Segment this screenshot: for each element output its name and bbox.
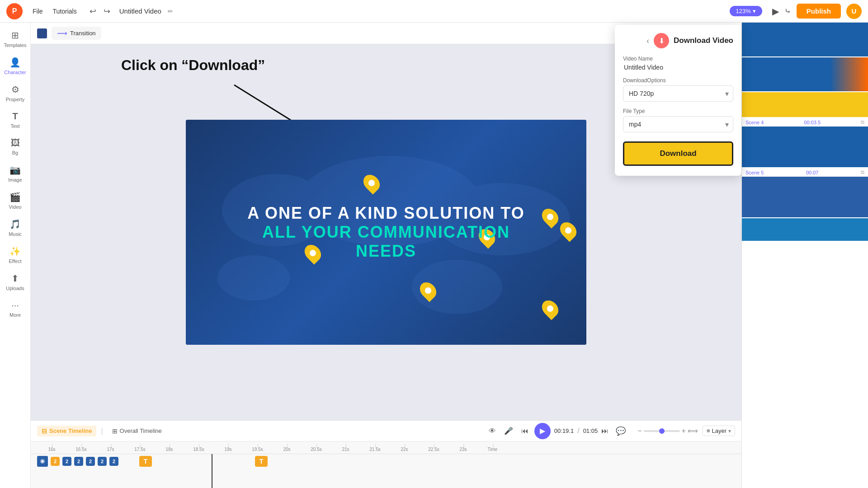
download-back-button[interactable]: ‹ bbox=[646, 36, 649, 46]
scene-tab-label: Scene Timeline bbox=[49, 427, 92, 434]
more-icon: ··· bbox=[11, 300, 19, 310]
time-separator: / bbox=[577, 427, 579, 435]
zoom-control[interactable]: 123% ▾ bbox=[730, 6, 762, 16]
text-icon: T bbox=[12, 111, 18, 122]
layer-label: Layer bbox=[712, 427, 726, 434]
file-type-select[interactable]: mp4 mov avi bbox=[623, 116, 733, 132]
sidebar-label-text: Text bbox=[10, 123, 19, 129]
sidebar-item-templates[interactable]: ⊞ Templates bbox=[3, 26, 28, 52]
track-badge-1: 2 bbox=[51, 457, 60, 466]
ruler-mark-21: 21s bbox=[331, 447, 360, 452]
sidebar-item-bg[interactable]: 🖼 Bg bbox=[3, 134, 28, 159]
scene-color-box[interactable] bbox=[37, 28, 47, 38]
user-avatar[interactable]: U bbox=[846, 4, 862, 19]
sidebar-item-more[interactable]: ··· More bbox=[3, 296, 28, 321]
menu-file[interactable]: File bbox=[29, 6, 47, 17]
track-badge-5: 2 bbox=[98, 457, 107, 466]
skip-back-button[interactable]: ⏮ bbox=[519, 426, 531, 436]
ruler-mark-205: 20.5s bbox=[302, 447, 331, 452]
video-name-label: Video Name bbox=[623, 56, 733, 62]
track-badge-4: 2 bbox=[86, 457, 95, 466]
sidebar-label-character: Character bbox=[4, 70, 26, 75]
sidebar-item-character[interactable]: 👤 Character bbox=[3, 53, 28, 79]
track-badge-3: 2 bbox=[74, 457, 83, 466]
canvas-frame[interactable]: A ONE OF A KIND SOLUTION TO ALL YOUR COM… bbox=[186, 120, 586, 345]
share-button[interactable]: ⤷ bbox=[784, 6, 791, 16]
sidebar-label-more: More bbox=[9, 312, 21, 318]
thumb-image-3[interactable] bbox=[742, 92, 868, 117]
app-logo: P bbox=[6, 3, 23, 19]
zoom-out-button[interactable]: − bbox=[637, 427, 642, 435]
ruler-mark-195: 19.5s bbox=[243, 447, 272, 452]
publish-button[interactable]: Publish bbox=[797, 4, 841, 19]
thumb-image-scene4[interactable] bbox=[742, 127, 868, 167]
sidebar-label-property: Property bbox=[6, 97, 25, 102]
file-type-select-wrapper: mp4 mov avi ▾ bbox=[623, 116, 733, 132]
map-pin-6 bbox=[421, 282, 435, 300]
zoom-in-button[interactable]: + bbox=[682, 427, 686, 435]
ruler-mark-20: 20s bbox=[272, 447, 302, 452]
preview-play-button[interactable]: ▶ bbox=[772, 6, 779, 17]
thumb-item-extra bbox=[742, 218, 868, 241]
menu-tutorials[interactable]: Tutorials bbox=[49, 6, 80, 17]
video-name-value: Untitled Video bbox=[623, 64, 733, 71]
transition-label: Transition bbox=[70, 30, 96, 37]
scene4-copy-button[interactable]: ⧉ bbox=[861, 119, 864, 125]
layer-dropdown-icon: ▾ bbox=[728, 428, 731, 434]
download-button[interactable]: Download bbox=[623, 141, 733, 166]
download-panel-header: ‹ ⬇ Download Video bbox=[623, 33, 733, 48]
thumb-image-scene5[interactable] bbox=[742, 177, 868, 217]
ruler-mark-225: 22.5s bbox=[419, 447, 448, 452]
scene5-time: 00:07 bbox=[806, 170, 819, 175]
ruler-mark-215: 21.5s bbox=[360, 447, 390, 452]
zoom-slider[interactable] bbox=[644, 430, 680, 432]
skip-forward-button[interactable]: ⏭ bbox=[601, 427, 609, 435]
timeline-cursor bbox=[212, 454, 212, 488]
comment-button[interactable]: 💬 bbox=[616, 426, 626, 436]
thumb-image-1[interactable] bbox=[742, 23, 868, 56]
thumb-image-extra[interactable] bbox=[742, 218, 868, 241]
character-icon: 👤 bbox=[9, 57, 21, 68]
resolution-select-wrapper: HD 720p Full HD 1080p SD 480p ▾ bbox=[623, 85, 733, 102]
sidebar-item-text[interactable]: T Text bbox=[3, 108, 28, 132]
canvas-text-line2: ALL YOUR COMMUNICATION NEEDS bbox=[246, 223, 526, 261]
ruler-mark-22: 22s bbox=[390, 447, 419, 452]
image-icon: 📷 bbox=[9, 164, 21, 175]
track-thumb-icon bbox=[37, 456, 48, 467]
video-title: Untitled Video bbox=[119, 7, 161, 15]
track-badge-6: 2 bbox=[109, 457, 118, 466]
ruler-mark-185: 18.5s bbox=[184, 447, 213, 452]
play-pause-button[interactable]: ▶ bbox=[534, 423, 551, 439]
mic-button[interactable]: 🎤 bbox=[502, 426, 515, 436]
uploads-icon: ⬆ bbox=[11, 273, 19, 284]
ruler-marks-container: 16s 16.5s 17s 17.5s 18s 18.5s 19s 19.5s … bbox=[37, 447, 741, 452]
sidebar-item-image[interactable]: 📷 Image bbox=[3, 161, 28, 186]
resolution-select[interactable]: HD 720p Full HD 1080p SD 480p bbox=[623, 85, 733, 102]
zoom-controls: − + ⟺ bbox=[637, 427, 698, 435]
tab-scene-timeline[interactable]: ⊟ Scene Timeline bbox=[37, 426, 96, 436]
undo-redo-group: ↩ ↪ bbox=[87, 5, 113, 17]
sidebar-item-music[interactable]: 🎵 Music bbox=[3, 215, 28, 240]
redo-button[interactable]: ↪ bbox=[101, 5, 113, 17]
scene-tab-icon: ⊟ bbox=[42, 427, 47, 435]
layer-stack-icon: ≡ bbox=[707, 427, 710, 434]
expand-button[interactable]: ⟺ bbox=[688, 427, 698, 435]
thumb-image-2[interactable] bbox=[742, 57, 868, 91]
sidebar-item-video[interactable]: 🎬 Video bbox=[3, 188, 28, 213]
map-pin-7 bbox=[543, 300, 557, 318]
edit-title-icon[interactable]: ✏ bbox=[168, 8, 173, 15]
scene5-copy-button[interactable]: ⧉ bbox=[861, 169, 864, 175]
sidebar-item-effect[interactable]: ✨ Effect bbox=[3, 242, 28, 267]
ruler-mark-17: 17s bbox=[96, 447, 125, 452]
transition-button[interactable]: ⟿ Transition bbox=[52, 27, 101, 40]
tab-overall-timeline[interactable]: ⊞ Overall Timeline bbox=[108, 426, 166, 436]
eye-visibility-button[interactable]: 👁 bbox=[486, 426, 498, 436]
panel-collapse-button[interactable]: ‹ bbox=[741, 223, 741, 241]
sidebar-item-uploads[interactable]: ⬆ Uploads bbox=[3, 269, 28, 295]
main-layout: ⊞ Templates 👤 Character ⚙ Property T Tex… bbox=[0, 23, 868, 488]
undo-button[interactable]: ↩ bbox=[87, 5, 99, 17]
sidebar-item-property[interactable]: ⚙ Property bbox=[3, 80, 28, 106]
sidebar-label-video: Video bbox=[9, 204, 22, 210]
ruler-mark-23: 23s bbox=[448, 447, 478, 452]
layer-selector[interactable]: ≡ Layer ▾ bbox=[703, 426, 735, 436]
